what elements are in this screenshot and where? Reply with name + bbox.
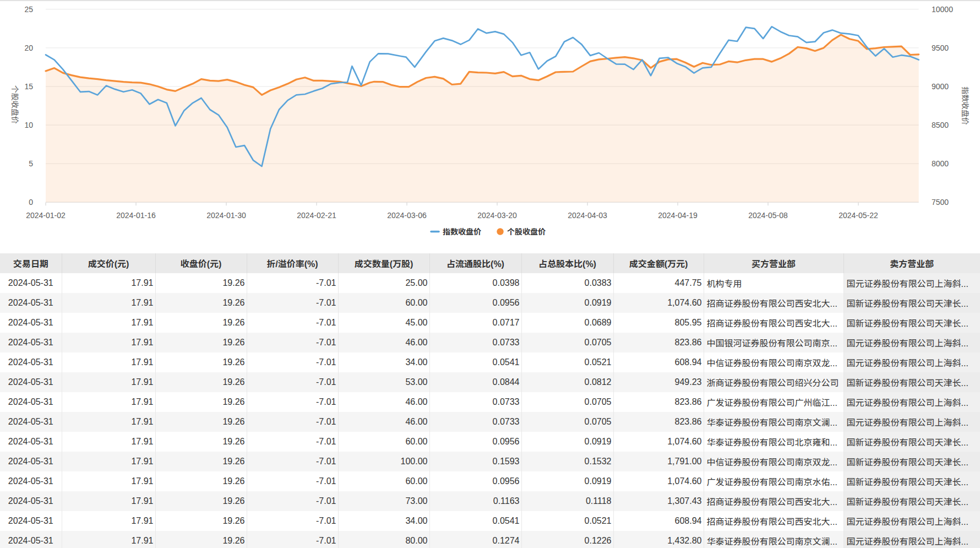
svg-text:2024-01-16: 2024-01-16 <box>116 211 156 220</box>
svg-text:10000: 10000 <box>932 5 953 14</box>
svg-text:2024-05-22: 2024-05-22 <box>839 211 878 220</box>
svg-text:个股收盘价: 个股收盘价 <box>10 85 19 124</box>
svg-text:个股收盘价: 个股收盘价 <box>507 227 546 236</box>
svg-text:2024-04-03: 2024-04-03 <box>568 211 607 220</box>
svg-text:7500: 7500 <box>932 198 949 207</box>
svg-text:2024-01-30: 2024-01-30 <box>206 211 246 220</box>
svg-text:2024-02-21: 2024-02-21 <box>297 211 336 220</box>
svg-text:15: 15 <box>24 82 33 91</box>
svg-text:10: 10 <box>24 121 33 129</box>
svg-text:2024-03-20: 2024-03-20 <box>477 211 517 220</box>
svg-text:2024-05-08: 2024-05-08 <box>748 211 788 220</box>
svg-text:8500: 8500 <box>932 121 949 129</box>
svg-text:9000: 9000 <box>932 82 949 91</box>
svg-text:5: 5 <box>29 159 33 168</box>
svg-text:25: 25 <box>24 5 33 14</box>
svg-text:20: 20 <box>24 44 33 52</box>
svg-text:9500: 9500 <box>932 44 949 52</box>
svg-text:指数收盘价: 指数收盘价 <box>443 227 481 236</box>
svg-text:2024-03-06: 2024-03-06 <box>387 211 427 220</box>
svg-text:2024-01-02: 2024-01-02 <box>26 211 66 220</box>
svg-text:0: 0 <box>29 198 33 207</box>
svg-text:2024-04-19: 2024-04-19 <box>658 211 698 220</box>
svg-text:指数收盘价: 指数收盘价 <box>961 86 970 125</box>
svg-text:8000: 8000 <box>932 159 949 168</box>
